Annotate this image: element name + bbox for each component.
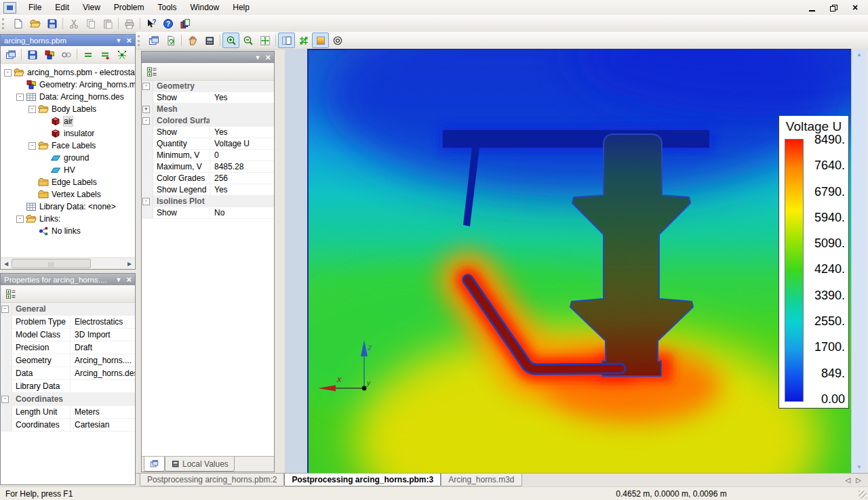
property-row[interactable]: Minimum, V0 <box>142 150 274 161</box>
property-value[interactable]: Yes <box>210 93 274 102</box>
menu-help[interactable]: Help <box>226 2 256 13</box>
property-group[interactable]: -Isolines Plot <box>142 196 274 207</box>
scroll-up-icon[interactable]: ▲ <box>856 49 862 60</box>
restore-button[interactable] <box>829 3 838 12</box>
properties-panel-titlebar[interactable]: Properties for arcing_horns.... ▼ × <box>1 274 135 285</box>
property-row[interactable]: Length UnitMeters <box>1 406 135 419</box>
copy-button[interactable] <box>82 16 99 31</box>
menu-edit[interactable]: Edit <box>48 2 76 13</box>
tree-item-no-links[interactable]: No links <box>1 225 135 237</box>
print-button[interactable] <box>121 16 138 31</box>
categorize-button[interactable] <box>143 64 160 79</box>
tree-item-problem[interactable]: -arcing_horns.pbm - electrostatics <box>1 66 135 79</box>
property-value[interactable]: Arcing_horns.... <box>71 356 135 365</box>
categorize-button[interactable] <box>2 286 19 301</box>
property-row[interactable]: ShowYes <box>142 92 274 104</box>
solve-results-button[interactable] <box>96 47 113 62</box>
property-value[interactable]: Cartesian <box>71 420 135 430</box>
save-problem-button[interactable] <box>24 47 41 62</box>
property-row[interactable]: PrecisionDraft <box>1 341 135 354</box>
zoom-out-button[interactable] <box>239 33 256 48</box>
mesh-spider-button[interactable] <box>113 47 130 62</box>
pane-close-icon[interactable]: × <box>126 37 132 44</box>
voltage-colormap-plot[interactable]: x z y <box>309 50 851 473</box>
tree-item-geometry[interactable]: Geometry: Arcing_horns.m3d <box>1 79 135 91</box>
property-row[interactable]: Library Data <box>1 380 135 393</box>
tree-item-hv[interactable]: HV <box>1 164 135 176</box>
property-group[interactable]: +Mesh <box>142 104 274 115</box>
split-window-button[interactable] <box>278 33 295 48</box>
toolbar-grip[interactable] <box>138 35 142 46</box>
property-row[interactable]: DataArcing_horns.des <box>1 367 135 380</box>
expander-icon[interactable]: + <box>142 106 150 113</box>
pan-button[interactable] <box>184 33 201 48</box>
tree-item-face-labels[interactable]: -Face Labels <box>1 140 135 152</box>
local-values-probe-button[interactable] <box>201 33 218 48</box>
scrollbar-thumb[interactable]: ||| <box>12 259 91 268</box>
expander-icon[interactable]: - <box>142 198 150 205</box>
field-viewport[interactable]: x z y Voltage U 8490. 7640. 6790. 5940. … <box>307 49 851 473</box>
expander-icon[interactable]: - <box>16 93 24 101</box>
menu-window[interactable]: Window <box>184 2 226 13</box>
toolbar-grip[interactable] <box>2 18 7 29</box>
tab-next-icon[interactable]: ▷ <box>856 476 861 484</box>
tree-item-data[interactable]: -Data: Arcing_horns.des <box>1 91 135 103</box>
paste-button[interactable] <box>99 16 116 31</box>
property-value[interactable]: Draft <box>71 343 135 352</box>
property-row[interactable]: ShowYes <box>142 127 274 138</box>
save-button[interactable] <box>43 16 60 31</box>
expander-icon[interactable]: - <box>28 142 36 150</box>
pane-menu-icon[interactable]: ▼ <box>115 276 121 283</box>
tree-horizontal-scrollbar[interactable]: ◀ ||| ▶ <box>1 257 135 269</box>
property-row[interactable]: GeometryArcing_horns.... <box>1 354 135 367</box>
scroll-right-icon[interactable]: ▶ <box>124 259 135 268</box>
property-row[interactable]: Color Grades256 <box>142 173 274 184</box>
pane-close-icon[interactable]: × <box>126 276 132 283</box>
tree-item-vertex-labels[interactable]: Vertex Labels <box>1 188 135 201</box>
tree-item-library-data[interactable]: Library Data: <none> <box>1 201 135 213</box>
tab-local-values[interactable]: Local Values <box>165 457 235 472</box>
link-data-button[interactable] <box>58 47 75 62</box>
new-document-button[interactable] <box>9 16 26 31</box>
property-value[interactable]: No <box>210 208 274 217</box>
mesh-toggle-button[interactable] <box>295 33 312 48</box>
property-row[interactable]: Model Class3D Import <box>1 329 135 341</box>
refresh-view-button[interactable] <box>162 33 179 48</box>
close-button[interactable]: × <box>850 3 860 12</box>
isolines-toggle-button[interactable] <box>329 33 346 48</box>
colored-surface-toggle-button[interactable] <box>312 33 329 48</box>
pane-close-icon[interactable]: × <box>265 54 271 61</box>
property-value[interactable]: Electrostatics <box>71 317 135 327</box>
tree-item-ground[interactable]: ground <box>1 152 135 164</box>
property-value[interactable]: Yes <box>210 185 274 194</box>
scroll-left-icon[interactable]: ◀ <box>1 259 12 268</box>
context-help-button[interactable] <box>142 16 159 31</box>
property-group[interactable]: -Geometry <box>142 81 274 92</box>
window-manager-button[interactable] <box>176 16 193 31</box>
property-value[interactable]: Voltage U <box>210 139 274 148</box>
solve-button[interactable] <box>79 47 96 62</box>
property-group[interactable]: -Colored Surface <box>142 115 274 127</box>
pane-menu-icon[interactable]: ▼ <box>254 54 260 61</box>
app-icon[interactable] <box>3 2 16 14</box>
tab-view-properties[interactable] <box>144 457 165 472</box>
property-value[interactable]: 3D Import <box>71 330 135 339</box>
expander-icon[interactable]: - <box>16 215 24 223</box>
cut-button[interactable] <box>65 16 82 31</box>
menu-tools[interactable]: Tools <box>151 2 184 13</box>
tab-prev-icon[interactable]: ◁ <box>846 476 851 484</box>
expander-icon[interactable]: - <box>142 117 150 125</box>
menu-view[interactable]: View <box>76 2 107 13</box>
property-value[interactable]: 8485.28 <box>210 162 274 171</box>
expander-icon[interactable]: - <box>28 106 36 113</box>
viewport-vertical-scrollbar[interactable]: ▲ ▼ <box>851 49 867 473</box>
property-value[interactable]: Arcing_horns.des <box>71 369 135 378</box>
tree-item-links[interactable]: -Links: <box>1 213 135 225</box>
tree-item-body-labels[interactable]: -Body Labels <box>1 103 135 115</box>
zoom-in-button[interactable] <box>222 33 239 48</box>
tree-item-insulator[interactable]: insulator <box>1 127 135 140</box>
geometry-button[interactable] <box>41 47 58 62</box>
property-row[interactable]: Show LegendYes <box>142 184 274 196</box>
scroll-down-icon[interactable]: ▼ <box>856 461 862 473</box>
dock-panels-button[interactable] <box>2 47 19 62</box>
